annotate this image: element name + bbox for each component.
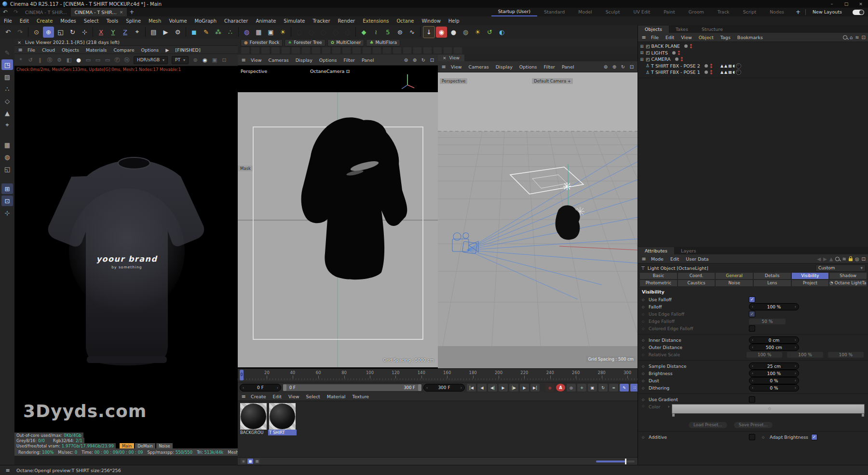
object-menu-edit[interactable]: Edit — [662, 35, 678, 40]
anim-dot-icon[interactable]: ◇ — [642, 298, 649, 302]
spinner-right-icon[interactable]: › — [795, 338, 796, 342]
expand-icon[interactable]: ⊞ — [639, 57, 644, 62]
right-vp-menu-filter[interactable]: Filter — [540, 64, 558, 70]
capture-icon[interactable]: ◌ — [330, 27, 341, 38]
spinner-right-icon[interactable]: › — [795, 305, 796, 309]
last-used-tool-icon[interactable]: ⊹ — [79, 27, 90, 38]
octane-graph-icon[interactable]: ∿ — [407, 27, 418, 38]
inactive-tool-icon[interactable] — [423, 47, 432, 54]
layout-tab-standard[interactable]: Standard — [537, 8, 571, 16]
model-mode[interactable]: ◳ — [1, 59, 13, 70]
render-visibility-dot[interactable] — [710, 72, 712, 74]
lock-resolution-icon[interactable]: ◧ — [65, 56, 73, 64]
visibility-dots[interactable] — [710, 70, 712, 74]
menu-animate[interactable]: Animate — [252, 18, 280, 24]
octane-hose-icon[interactable]: ≀ — [370, 27, 381, 38]
material-menu-texture[interactable]: Texture — [349, 394, 372, 399]
history-back-icon[interactable]: ◀ — [817, 256, 821, 262]
object-menu-object[interactable]: Object — [695, 35, 717, 40]
expand-icon[interactable]: ⊞ — [639, 50, 644, 55]
live-viewer-menu-objects[interactable]: Objects — [58, 47, 82, 53]
inactive-tool-icon[interactable] — [281, 47, 290, 54]
record-scale-button[interactable]: ▣ — [588, 384, 597, 391]
right-vp-menu-view[interactable]: View — [448, 64, 465, 70]
tab-layers[interactable]: Layers — [674, 247, 703, 254]
menu-file[interactable]: File — [0, 18, 16, 24]
close-view-icon[interactable]: × — [443, 56, 447, 60]
material-picker-icon[interactable]: ◉ — [201, 56, 209, 64]
search-icon[interactable] — [835, 257, 840, 261]
inactive-tool-icon[interactable] — [382, 47, 392, 54]
live-selection-icon[interactable]: ⊙ — [31, 27, 42, 38]
document-tab[interactable]: CINEMA - T SHIR... — [21, 8, 71, 16]
object-row-t-shirt-fbx-pose-1[interactable]: ♙T SHIRT FBX - POSE 1▲▲▦◖ — [638, 69, 868, 76]
render-view-icon[interactable]: ▤ — [148, 27, 159, 38]
snapshot-icon[interactable]: ▣ — [210, 56, 219, 64]
inactive-tool-icon[interactable] — [332, 47, 341, 54]
editor-visibility-dot[interactable] — [710, 70, 712, 72]
rotate-tool-icon[interactable]: ↻ — [67, 27, 78, 38]
checkbox[interactable]: ✓ — [811, 434, 817, 440]
object-menu-view[interactable]: View — [678, 35, 695, 40]
background-icon[interactable]: ▭ — [103, 56, 112, 64]
expand-icon[interactable]: ⊞ — [639, 44, 644, 49]
menu-spline[interactable]: Spline — [122, 18, 145, 24]
menu-create[interactable]: Create — [33, 18, 56, 24]
octane-web-icon[interactable]: ⊜ — [394, 27, 406, 38]
record-rotation-button[interactable]: ↻ — [598, 384, 608, 391]
right-viewport-canvas[interactable]: Perspective Default Camera + Grid Spacin… — [438, 72, 637, 369]
object-menu-tags[interactable]: Tags — [717, 35, 734, 40]
right-vp-menu-cameras[interactable]: Cameras — [465, 64, 492, 70]
layout-tab-script[interactable]: Script — [736, 8, 763, 16]
axis-mode[interactable]: ⌖ — [1, 120, 13, 130]
material-menu-select[interactable]: Select — [303, 394, 324, 399]
anim-dot-icon[interactable]: ◇ — [642, 398, 649, 402]
redo-icon[interactable]: ↷ — [14, 27, 26, 38]
minimize-button[interactable]: – — [825, 0, 839, 8]
layer-dot-icon[interactable] — [705, 64, 708, 68]
menu-render[interactable]: Render — [334, 18, 359, 24]
pen-spline-icon[interactable]: ✎ — [201, 27, 212, 38]
object-row-lights[interactable]: ⊞◰LIGHTS — [638, 50, 868, 56]
next-key-button[interactable]: ▶ — [520, 384, 529, 391]
tab-structure[interactable]: Structure — [695, 26, 730, 33]
popout-icon[interactable]: ⊡ — [862, 256, 866, 262]
z-axis-lock-icon[interactable]: Z — [120, 27, 131, 38]
editor-visibility-dot[interactable] — [681, 57, 683, 59]
inactive-tool-icon[interactable] — [251, 47, 260, 54]
render-visibility-dot[interactable] — [678, 53, 680, 55]
section-tab-caustics[interactable]: Caustics — [678, 280, 715, 286]
right-vp-menu-panel[interactable]: Panel — [558, 64, 578, 70]
camera-icon[interactable]: ▣ — [265, 27, 276, 38]
spinner-right-icon[interactable]: › — [795, 371, 796, 376]
color-space-dropdown[interactable]: HDR/sRGB▾ — [134, 56, 168, 64]
gradient-handle[interactable] — [862, 414, 864, 417]
button-save-preset[interactable]: Save Preset... — [733, 421, 773, 429]
visibility-dots[interactable] — [710, 64, 712, 68]
octane-material-tag-icon[interactable] — [736, 70, 741, 75]
material-menu-create[interactable]: Create — [247, 394, 270, 399]
value-spinner[interactable]: ‹0 %› — [749, 377, 799, 384]
anim-dot-icon[interactable]: ◇ — [642, 346, 649, 349]
rotate-view-icon[interactable]: ↻ — [619, 63, 627, 70]
value-spinner[interactable]: ‹0 %› — [749, 384, 799, 391]
value-spinner[interactable]: ‹100 %› — [749, 370, 799, 377]
render-visibility-dot[interactable] — [710, 66, 712, 68]
value-spinner[interactable]: ‹0 cm› — [749, 336, 799, 344]
range-start-handle[interactable] — [283, 384, 286, 391]
autokey-button[interactable]: A — [556, 384, 565, 391]
spinner-right-icon[interactable]: › — [795, 378, 796, 383]
live-viewer-menu-options[interactable]: Options — [138, 47, 163, 53]
viewport-name-label[interactable]: Perspective — [440, 78, 467, 84]
menu-modes[interactable]: Modes — [56, 18, 80, 24]
inactive-tool-icon[interactable] — [271, 47, 280, 54]
pass-button-main[interactable]: Main — [120, 443, 134, 448]
center-vp-menu-display[interactable]: Display — [292, 57, 316, 63]
thumbnail-size-slider[interactable] — [596, 461, 635, 462]
menu-icon[interactable]: ≡ — [440, 64, 448, 70]
texture-tag-icon[interactable]: ▦ — [728, 64, 732, 68]
octane-scatter-icon[interactable]: 5 — [382, 27, 393, 38]
inactive-tool-icon[interactable] — [362, 47, 371, 54]
checkbox[interactable] — [749, 434, 755, 440]
object-tree-empty-area[interactable] — [638, 78, 868, 247]
